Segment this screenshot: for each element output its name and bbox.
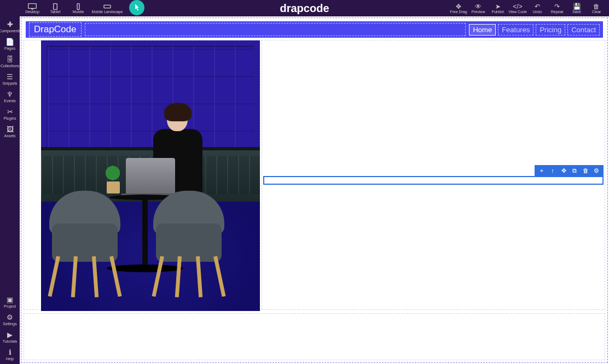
- database-icon: 🗄: [7, 56, 14, 63]
- sidebar-label: Assets: [4, 134, 15, 138]
- eye-icon: 👁: [475, 3, 482, 10]
- sidebar-label: Tutorials: [3, 339, 18, 343]
- sidebar-collections[interactable]: 🗄 Collections: [0, 54, 20, 71]
- video-icon: ▶: [7, 331, 13, 338]
- brand-logo: drapcode: [280, 2, 329, 15]
- selection-move[interactable]: ✥: [560, 167, 567, 174]
- sidebar-label: Events: [4, 99, 15, 103]
- tool-label: Publish: [492, 10, 504, 14]
- top-bar: Desktop Tablet Mobile Mobile Landscape: [0, 0, 609, 16]
- app-launcher-icon[interactable]: [129, 0, 144, 15]
- tool-label: Save: [572, 10, 581, 14]
- tool-label: Clear: [592, 10, 601, 14]
- sidebar-label: Pages: [4, 46, 15, 50]
- sidebar-components[interactable]: ✚ Components: [0, 19, 20, 36]
- trash-icon: 🗑: [593, 3, 600, 10]
- save-icon: 💾: [573, 3, 581, 10]
- code-icon: </>: [513, 3, 522, 10]
- device-mobile-landscape[interactable]: Mobile Landscape: [91, 0, 124, 16]
- selection-delete[interactable]: 🗑: [582, 167, 589, 174]
- device-label: Mobile Landscape: [92, 10, 123, 14]
- device-label: Desktop: [25, 10, 39, 14]
- navbar-brand[interactable]: DrapCode: [29, 22, 82, 37]
- tree-icon: ♆: [7, 91, 13, 98]
- mobile-icon: [74, 3, 83, 10]
- navbar-brand-text: DrapCode: [34, 24, 77, 34]
- sidebar-label: Collections: [1, 64, 19, 68]
- tool-undo[interactable]: ↶ Undo: [528, 0, 547, 16]
- selection-copy[interactable]: ⧉: [571, 167, 578, 174]
- mobile-landscape-icon: [103, 3, 112, 10]
- project-icon: ▣: [7, 296, 13, 303]
- selection-parent[interactable]: ↑: [549, 167, 556, 174]
- sidebar-label: Plugins: [4, 116, 16, 120]
- navbar-links: Home Features Pricing Contact: [469, 24, 600, 36]
- sidebar-label: Help: [6, 357, 14, 361]
- sidebar-label: Project: [4, 304, 16, 308]
- selected-element[interactable]: [263, 176, 604, 185]
- tool-label: View Code: [508, 10, 527, 14]
- selection-settings[interactable]: ⚙: [593, 167, 600, 174]
- tool-free-drag[interactable]: ✥ Free Drag: [449, 0, 468, 16]
- nav-link-label: Features: [502, 26, 530, 34]
- sidebar-events[interactable]: ♆ Events: [0, 89, 20, 106]
- tool-label: Preview: [472, 10, 485, 14]
- column-right[interactable]: + ↑ ✥ ⧉ 🗑 ⚙: [262, 40, 605, 309]
- sidebar-project[interactable]: ▣ Project: [0, 294, 20, 312]
- tool-clear[interactable]: 🗑 Clear: [587, 0, 606, 16]
- nav-link-label: Pricing: [540, 26, 561, 34]
- nav-link-contact[interactable]: Contact: [567, 24, 600, 36]
- sidebar-label: Settings: [3, 322, 16, 326]
- tool-label: Repeat: [551, 10, 564, 14]
- nav-link-features[interactable]: Features: [498, 24, 533, 36]
- canvas-body: DrapCode Home Features Pricing Contact: [21, 17, 608, 363]
- pointer-icon: [132, 3, 142, 13]
- sidebar-plugins[interactable]: ✂ Plugins: [0, 106, 20, 124]
- tool-repeat[interactable]: ↷ Repeat: [548, 0, 566, 16]
- sidebar-assets[interactable]: 🖼 Assets: [0, 124, 20, 141]
- plus-icon: ✚: [7, 21, 13, 28]
- sidebar-help[interactable]: ℹ Help: [0, 347, 20, 364]
- free-drag-icon: ✥: [456, 3, 461, 10]
- nav-link-label: Contact: [571, 26, 596, 34]
- sliders-icon: ⚙: [7, 314, 13, 321]
- tablet-icon: [51, 3, 60, 10]
- nav-link-home[interactable]: Home: [469, 24, 496, 36]
- svg-rect-0: [28, 3, 37, 8]
- device-label: Tablet: [50, 10, 61, 14]
- send-icon: ➤: [495, 3, 501, 10]
- device-desktop[interactable]: Desktop: [22, 0, 43, 16]
- navbar-spacer[interactable]: [85, 23, 466, 36]
- tool-publish[interactable]: ➤ Publish: [489, 0, 507, 16]
- selection-toolbar: + ↑ ✥ ⧉ 🗑 ⚙: [535, 165, 604, 176]
- device-label: Mobile: [73, 10, 84, 14]
- sidebar-label: Snippets: [2, 81, 17, 85]
- tool-preview[interactable]: 👁 Preview: [469, 0, 488, 16]
- sidebar-tutorials[interactable]: ▶ Tutorials: [0, 329, 20, 347]
- redo-icon: ↷: [554, 3, 560, 10]
- sidebar-label: Components: [0, 29, 21, 33]
- nav-link-pricing[interactable]: Pricing: [536, 24, 565, 36]
- sidebar-snippets[interactable]: ☰ Snippets: [0, 71, 20, 89]
- content-row[interactable]: + ↑ ✥ ⧉ 🗑 ⚙: [24, 40, 605, 310]
- left-sidebar: 👤 Back Office ✚ Components 📄 Pages 🗄 Col…: [0, 0, 20, 364]
- builder-canvas[interactable]: DrapCode Home Features Pricing Contact: [20, 16, 609, 364]
- undo-icon: ↶: [535, 3, 540, 10]
- sidebar-pages[interactable]: 📄 Pages: [0, 36, 20, 54]
- column-left[interactable]: [24, 40, 262, 309]
- device-mobile[interactable]: Mobile: [68, 0, 89, 16]
- sidebar-settings[interactable]: ⚙ Settings: [0, 312, 20, 329]
- hero-image[interactable]: [41, 40, 260, 311]
- device-tablet[interactable]: Tablet: [45, 0, 66, 16]
- tool-save[interactable]: 💾 Save: [567, 0, 586, 16]
- image-icon: 🖼: [7, 126, 14, 133]
- list-icon: ☰: [7, 73, 13, 80]
- desktop-icon: [28, 3, 37, 10]
- selection-add[interactable]: +: [538, 167, 546, 174]
- tools-icon: ✂: [7, 108, 13, 115]
- page-navbar[interactable]: DrapCode Home Features Pricing Contact: [26, 21, 603, 38]
- svg-rect-4: [104, 5, 111, 8]
- svg-rect-2: [54, 3, 57, 9]
- empty-row[interactable]: [24, 313, 605, 360]
- tool-view-code[interactable]: </> View Code: [508, 0, 527, 16]
